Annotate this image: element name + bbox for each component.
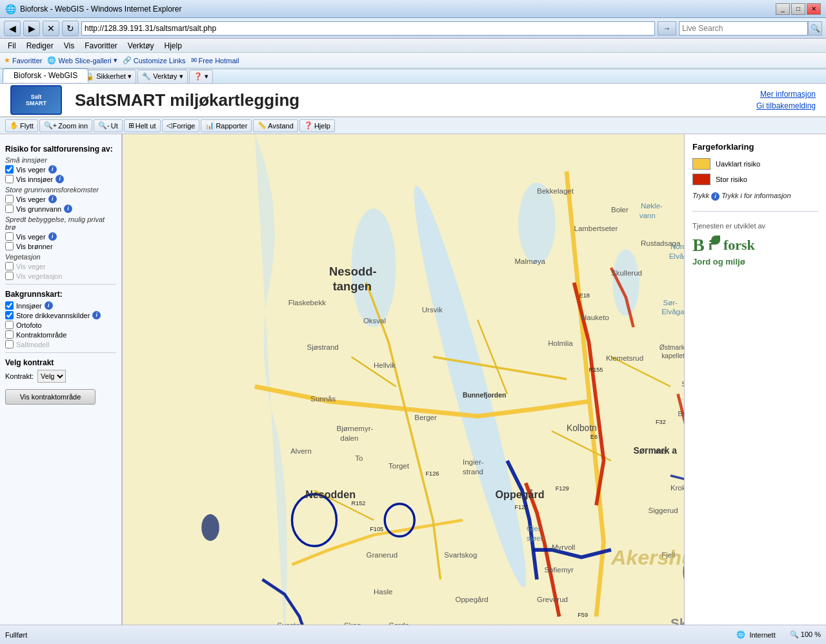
svg-text:Flaskebekk: Flaskebekk bbox=[288, 299, 326, 307]
svg-text:F126: F126 bbox=[426, 470, 439, 477]
ie-security-button[interactable]: 🔒 Sikkerhet ▾ bbox=[81, 70, 136, 84]
item-vis-bronner: Vis brønner bbox=[5, 242, 116, 250]
legend-color-red bbox=[692, 174, 710, 185]
close-button[interactable]: ✕ bbox=[807, 3, 821, 15]
stop-button[interactable]: ✕ bbox=[43, 21, 59, 36]
search-button[interactable]: 🔍 bbox=[808, 21, 822, 35]
svg-text:Bunnefjorden: Bunnefjorden bbox=[463, 392, 506, 399]
info-icon-4[interactable]: i bbox=[64, 205, 72, 213]
feedback-link[interactable]: Gi tilbakemelding bbox=[756, 101, 816, 110]
checkbox-vis-veger-1[interactable] bbox=[5, 165, 14, 174]
svg-point-4 bbox=[612, 249, 639, 316]
tool-rapporter[interactable]: 📊 Rapporter bbox=[201, 119, 252, 132]
checkbox-saltmodell[interactable] bbox=[5, 340, 14, 348]
go-button[interactable]: → bbox=[658, 21, 676, 35]
menu-fil[interactable]: Fil bbox=[3, 40, 21, 52]
customize-links-button[interactable]: 🔗 Customize Links bbox=[123, 56, 186, 65]
kontrakt-row: Kontrakt: Velg bbox=[5, 370, 116, 383]
favorites-button[interactable]: ★ Favoritter bbox=[4, 56, 42, 65]
checkbox-vis-vegetasjon[interactable] bbox=[5, 272, 14, 280]
legend-color-yellow bbox=[692, 158, 710, 170]
legend-divider bbox=[692, 211, 818, 212]
menu-vis[interactable]: Vis bbox=[59, 40, 79, 52]
tool-forrige[interactable]: ◁ Forrige bbox=[162, 119, 200, 132]
status-text: Fullført bbox=[5, 631, 736, 639]
section2-title: Bakgrunnskart: bbox=[5, 290, 116, 299]
checkbox-ortofoto[interactable] bbox=[5, 321, 14, 329]
web-slice-button[interactable]: 🌐 Web Slice-galleri ▾ bbox=[47, 56, 117, 65]
tab-bioforsk-webgis[interactable]: Bioforsk - WebGIS bbox=[3, 68, 88, 83]
checkbox-vis-veger-2[interactable] bbox=[5, 195, 14, 203]
svg-text:F105: F105 bbox=[370, 526, 383, 532]
checkbox-kontraktomrade[interactable] bbox=[5, 330, 14, 339]
address-bar[interactable] bbox=[81, 21, 655, 35]
more-info-link[interactable]: Mer informasjon bbox=[760, 90, 816, 99]
info-icon-1[interactable]: i bbox=[48, 165, 57, 174]
kontrakt-select[interactable]: Velg bbox=[37, 370, 66, 383]
tool-ut[interactable]: 🔍- Ut bbox=[94, 119, 123, 132]
svg-text:Hasle: Hasle bbox=[374, 588, 392, 596]
forward-button[interactable]: ▶ bbox=[23, 21, 40, 36]
svg-text:Ursvik: Ursvik bbox=[422, 306, 443, 314]
info-icon-5[interactable]: i bbox=[48, 232, 57, 241]
svg-text:F33: F33 bbox=[656, 448, 666, 455]
svg-text:Krokhol: Krokhol bbox=[670, 484, 684, 492]
sidebar-divider-1 bbox=[5, 284, 116, 285]
vis-kontraktomrade-button[interactable]: Vis kontraktområde bbox=[5, 389, 96, 405]
maximize-button[interactable]: □ bbox=[791, 3, 805, 15]
checkbox-vis-veger-3[interactable] bbox=[5, 232, 14, 241]
checkbox-store-drikke[interactable] bbox=[5, 311, 14, 319]
svg-text:Holmlia: Holmlia bbox=[548, 339, 573, 347]
info-icon-3[interactable]: i bbox=[48, 195, 57, 203]
checkbox-vis-grunnvann[interactable] bbox=[5, 205, 14, 213]
tool-avstand[interactable]: 📏 Avstand bbox=[253, 119, 298, 132]
ie-help-button[interactable]: ❓ ▾ bbox=[189, 70, 213, 84]
svg-text:Bjørnemyr-: Bjørnemyr- bbox=[337, 425, 374, 432]
tool-helt-ut[interactable]: ⊞ Helt ut bbox=[124, 119, 161, 132]
item-saltmodell: Saltmodell bbox=[5, 340, 116, 348]
info-icon-6[interactable]: i bbox=[45, 301, 53, 310]
info-icon-2[interactable]: i bbox=[55, 175, 64, 183]
svg-text:dalen: dalen bbox=[340, 434, 358, 442]
ie-tools-button[interactable]: 🔧 Verktøy ▾ bbox=[137, 70, 187, 84]
back-button[interactable]: ◀ bbox=[4, 21, 21, 36]
status-bar: Fullført 🌐 Internett 🔍 100 % bbox=[0, 625, 826, 644]
info-icon-7[interactable]: i bbox=[92, 311, 101, 319]
item-vis-grunnvann: Vis grunnvann i bbox=[5, 205, 116, 213]
svg-text:Skullerud: Skullerud bbox=[611, 269, 642, 277]
svg-text:Torget: Torget bbox=[388, 462, 410, 470]
svg-text:Elvåga: Elvåga bbox=[669, 252, 684, 260]
subsection-store-grunnvann: Store grunnvannsforekomster bbox=[5, 186, 116, 194]
menu-rediger[interactable]: Rediger bbox=[21, 40, 59, 52]
checkbox-vis-innsjoer[interactable] bbox=[5, 175, 14, 183]
tool-zoom-inn[interactable]: 🔍+ Zoom inn bbox=[39, 119, 92, 132]
svg-text:Ingier-: Ingier- bbox=[463, 458, 484, 466]
legend-info-icon[interactable]: i bbox=[711, 192, 720, 201]
menu-favoritter[interactable]: Favoritter bbox=[79, 40, 123, 52]
svg-text:Sofiemyr: Sofiemyr bbox=[545, 566, 574, 574]
minimize-button[interactable]: _ bbox=[776, 3, 790, 15]
free-hotmail-button[interactable]: ✉ Free Hotmail bbox=[191, 56, 239, 65]
svg-text:tangen: tangen bbox=[333, 279, 372, 293]
status-zone: 🌐 Internett 🔍 100 % bbox=[736, 630, 821, 639]
refresh-button[interactable]: ↻ bbox=[62, 21, 79, 36]
search-input[interactable] bbox=[679, 21, 808, 35]
svg-text:Svartskog: Svartskog bbox=[444, 551, 477, 559]
svg-text:Hellvik: Hellvik bbox=[374, 361, 396, 369]
browser-titlebar: 🌐 Bioforsk - WebGIS - Windows Internet E… bbox=[0, 0, 826, 18]
menu-hjelp[interactable]: Hjelp bbox=[159, 40, 187, 52]
header-links: Mer informasjon Gi tilbakemelding bbox=[756, 90, 816, 110]
svg-text:Nesodden: Nesodden bbox=[305, 488, 356, 500]
sidebar: Risiko for saltforurensing av: Små innsj… bbox=[0, 134, 123, 639]
subsection-spredt: Spredt bebyggelse, mulig privat brø bbox=[5, 216, 116, 231]
menu-verktoy[interactable]: Verktøy bbox=[123, 40, 159, 52]
tool-hjelp[interactable]: ❓ Hjelp bbox=[299, 119, 335, 132]
svg-text:sjøen: sjøen bbox=[527, 534, 545, 542]
svg-text:Hauketo: Hauketo bbox=[581, 314, 609, 321]
checkbox-innsjoer[interactable] bbox=[5, 301, 14, 310]
tool-flytt[interactable]: ✋ Flytt bbox=[5, 119, 38, 132]
svg-text:Sjøstrand: Sjøstrand bbox=[307, 343, 339, 351]
map-container[interactable]: Nesodd- tangen Bekkelaget Boler Lamberts… bbox=[123, 134, 684, 639]
checkbox-vis-veger-4[interactable] bbox=[5, 262, 14, 270]
checkbox-vis-bronner[interactable] bbox=[5, 242, 14, 250]
